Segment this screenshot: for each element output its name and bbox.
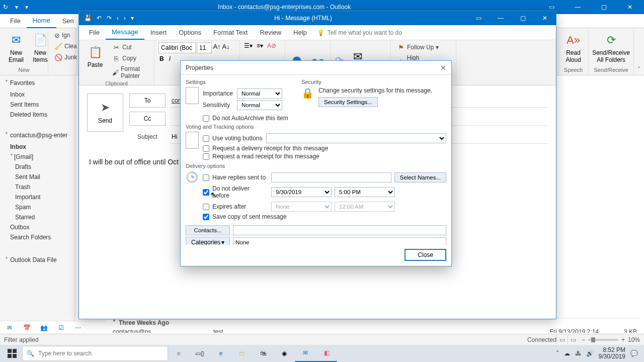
copy-button[interactable]: ⎘Copy	[110, 53, 150, 63]
select-names-button[interactable]: Select Names...	[394, 172, 446, 183]
tab-file[interactable]: File	[4, 14, 27, 28]
categories-button[interactable]: Categories▾	[186, 237, 230, 245]
voting-buttons-checkbox[interactable]: Use voting buttons	[203, 135, 263, 142]
font-name-combo[interactable]: Calibri (Boc	[158, 42, 196, 53]
tray-onedrive-icon[interactable]: ☁	[564, 350, 570, 357]
zoom-slider[interactable]	[588, 339, 618, 341]
folder-drafts[interactable]: Drafts	[0, 162, 75, 172]
ignore-button[interactable]: ⊘Ign	[52, 30, 72, 40]
msg-tab-insert[interactable]: Insert	[144, 26, 173, 39]
account-header[interactable]: ˅contactus@psg-enter	[0, 128, 75, 142]
more-icon[interactable]: ⋯	[73, 323, 83, 332]
read-receipt-checkbox[interactable]: Request a read receipt for this message	[203, 153, 446, 160]
tell-me-search[interactable]: 💡Tell me what you want to do	[313, 29, 556, 36]
msg-minimize-button[interactable]: —	[490, 11, 512, 25]
start-button[interactable]	[2, 345, 22, 362]
contacts-button[interactable]: Contacts...	[186, 225, 230, 235]
message-row[interactable]: contactus@ps... test Fri 9/13/2019 2:14.…	[111, 327, 639, 333]
tray-volume-icon[interactable]: 🔊	[586, 350, 594, 357]
folder-starred[interactable]: Starred	[0, 212, 75, 222]
clear-formatting-button[interactable]: A⊘	[267, 42, 276, 49]
paste-button[interactable]: 📋Paste	[83, 42, 107, 70]
folder-deleted-items[interactable]: Deleted Items	[0, 110, 75, 120]
redo-icon[interactable]: ↷	[107, 15, 112, 22]
format-painter-button[interactable]: 🖌Format Painter	[110, 64, 150, 80]
folder-gmail[interactable]: ˅[Gmail]	[0, 152, 75, 162]
deliver-before-checkbox[interactable]: Do not deliver before	[203, 185, 268, 199]
msg-maximize-button[interactable]: ▢	[512, 11, 534, 25]
expires-date-select[interactable]: None	[271, 202, 332, 212]
importance-select[interactable]: Normal	[237, 88, 282, 99]
quick-access-dropdown-icon[interactable]: ▾	[15, 4, 18, 11]
view-normal-icon[interactable]: ▭	[556, 335, 568, 344]
contacts-field[interactable]	[233, 225, 446, 235]
properties-close-button[interactable]: Close	[405, 249, 446, 261]
autoarchive-checkbox[interactable]: Do not AutoArchive this item	[203, 115, 291, 122]
close-button[interactable]: ✕	[619, 0, 641, 14]
deliver-date-select[interactable]: 9/30/2019	[271, 187, 332, 197]
italic-button[interactable]: I	[169, 55, 171, 62]
replies-sent-to-field[interactable]	[271, 172, 391, 183]
edge-icon[interactable]: e	[210, 345, 231, 362]
snagit-icon[interactable]: ◧	[316, 345, 337, 362]
numbering-button[interactable]: ≡▾	[257, 42, 263, 49]
bold-button[interactable]: B	[159, 55, 164, 62]
msg-ribbon-options-icon[interactable]: ▭	[467, 11, 490, 25]
cc-button[interactable]: Cc	[129, 112, 166, 126]
msg-tab-message[interactable]: Message	[106, 25, 144, 40]
file-explorer-icon[interactable]: 🗀	[231, 345, 253, 362]
delivery-receipt-checkbox[interactable]: Request a delivery receipt for this mess…	[203, 145, 446, 152]
msg-tab-options[interactable]: Options	[173, 26, 207, 39]
send-button[interactable]: ➤ Send	[87, 94, 123, 132]
people-icon[interactable]: 👥	[39, 323, 48, 332]
minimize-button[interactable]: —	[567, 0, 589, 14]
msg-tab-format[interactable]: Format Text	[207, 26, 254, 39]
cleanup-button[interactable]: 🧹Clea	[52, 41, 72, 51]
tab-send-receive[interactable]: Sen	[56, 14, 80, 28]
send-receive-button[interactable]: ⟳ Send/Receive All Folders	[593, 30, 629, 66]
qat-next-icon[interactable]: ›	[124, 15, 126, 22]
bullets-button[interactable]: ☰▾	[244, 42, 253, 49]
folder-sent-mail[interactable]: Sent Mail	[0, 172, 75, 182]
folder-important[interactable]: Important	[0, 192, 75, 202]
expires-after-checkbox[interactable]: Expires after	[203, 203, 268, 210]
tasks-icon[interactable]: ☑	[56, 323, 65, 332]
outlook-taskbar-icon[interactable]: ✉	[295, 345, 316, 362]
quick-access-sync-icon[interactable]: ↻	[3, 4, 8, 11]
save-copy-checkbox[interactable]: Save copy of sent message	[203, 213, 446, 220]
msg-tab-help[interactable]: Help	[287, 26, 313, 39]
folder-trash[interactable]: Trash	[0, 182, 75, 192]
folder-outbox[interactable]: Outbox	[0, 222, 75, 232]
qat-customize-icon[interactable]: ▾	[131, 15, 134, 22]
deliver-time-select[interactable]: 5:00 PM	[335, 187, 395, 197]
store-icon[interactable]: 🛍	[253, 345, 274, 362]
undo-icon[interactable]: ↶	[97, 15, 102, 22]
collapse-ribbon-icon[interactable]: ˄	[634, 28, 644, 75]
tray-chevron-icon[interactable]: ˄	[556, 350, 559, 357]
calendar-icon[interactable]: 📅	[22, 323, 31, 332]
dialog-close-icon[interactable]: ✕	[440, 64, 446, 72]
new-email-button[interactable]: ✉ New Email	[4, 30, 28, 66]
msg-tab-review[interactable]: Review	[254, 26, 287, 39]
read-aloud-button[interactable]: A» Read Aloud	[562, 30, 584, 66]
maximize-button[interactable]: ▢	[593, 0, 615, 14]
tray-clock[interactable]: 8:52 PM 9/30/2019	[599, 347, 625, 360]
shrink-font-icon[interactable]: A↓	[222, 42, 230, 50]
voting-buttons-select[interactable]	[266, 133, 446, 143]
grow-font-icon[interactable]: A↑	[213, 42, 221, 50]
font-size-combo[interactable]: 11	[197, 42, 212, 53]
zoom-in-button[interactable]: +	[618, 336, 628, 343]
expires-time-select[interactable]: 12:00 AM	[335, 202, 395, 212]
view-reading-icon[interactable]: ▭	[568, 335, 579, 344]
sensitivity-select[interactable]: Normal	[237, 100, 282, 110]
tray-network-icon[interactable]: 🖧	[575, 350, 581, 357]
replies-sent-to-checkbox[interactable]: Have replies sent to	[203, 174, 268, 181]
folder-inbox-account[interactable]: Inbox	[0, 142, 75, 152]
list-group-header[interactable]: Three Weeks Ago	[119, 319, 169, 326]
cut-button[interactable]: ✂Cut	[110, 42, 150, 52]
chrome-icon[interactable]: ◉	[274, 345, 295, 362]
data-file-header[interactable]: ˃Outlook Data File	[0, 252, 75, 266]
save-icon[interactable]: 💾	[84, 15, 92, 22]
cortana-icon[interactable]: ○	[168, 345, 189, 362]
msg-tab-file[interactable]: File	[83, 26, 106, 39]
